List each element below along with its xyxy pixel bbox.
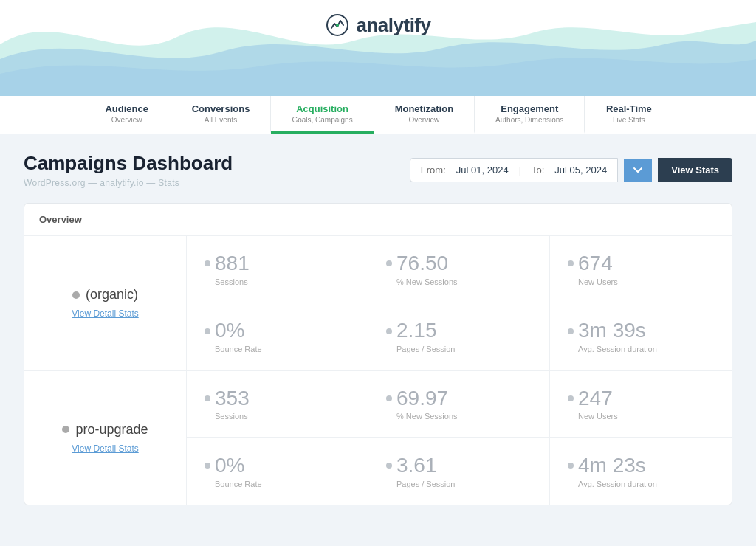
tab-audience-label: Audience bbox=[105, 103, 148, 114]
campaign-label-col: (organic) View Detail Stats bbox=[24, 236, 187, 370]
stat-label: Sessions bbox=[205, 412, 248, 421]
stat-cell: 3.61 Pages / Session bbox=[368, 438, 550, 505]
stat-cell: 353 Sessions bbox=[187, 371, 368, 438]
page-header: Campaigns Dashboard WordPress.org — anal… bbox=[24, 152, 732, 188]
tab-audience[interactable]: Audience Overview bbox=[83, 96, 171, 134]
stat-label: Bounce Rate bbox=[205, 345, 262, 353]
stat-dot bbox=[205, 328, 210, 334]
stat-value: 353 bbox=[205, 387, 250, 410]
stat-dot bbox=[386, 260, 392, 266]
to-label: To: bbox=[532, 165, 544, 176]
tab-realtime[interactable]: Real-Time Live Stats bbox=[585, 96, 673, 134]
stat-cell: 674 New Users bbox=[550, 236, 732, 303]
logo: analytify bbox=[0, 0, 756, 37]
date-separator: | bbox=[519, 165, 521, 176]
stat-dot bbox=[386, 328, 392, 334]
tab-realtime-sub: Live Stats bbox=[613, 116, 645, 124]
campaign-name-text: (organic) bbox=[86, 287, 138, 303]
stat-cell: 247 New Users bbox=[550, 371, 732, 438]
tab-conversions[interactable]: Conversions All Events bbox=[171, 96, 272, 134]
stat-value: 3m 39s bbox=[568, 319, 646, 342]
campaign-stats-col: 881 Sessions 76.50 % New Sessions 674 bbox=[187, 236, 732, 370]
stat-number: 3m 39s bbox=[578, 319, 646, 342]
stat-value: 881 bbox=[205, 252, 250, 275]
page-title-area: Campaigns Dashboard WordPress.org — anal… bbox=[24, 152, 233, 188]
stat-number: 0% bbox=[215, 319, 244, 342]
campaign-row: pro-upgrade View Detail Stats 353 Sessio… bbox=[24, 371, 732, 505]
overview-card: Overview (organic) View Detail Stats 881… bbox=[24, 203, 732, 505]
campaign-name: (organic) bbox=[72, 287, 138, 303]
stat-cell: 0% Bounce Rate bbox=[187, 438, 368, 505]
stat-cell: 69.97 % New Sessions bbox=[368, 371, 550, 438]
stat-cell: 881 Sessions bbox=[187, 236, 368, 303]
stat-cell: 76.50 % New Sessions bbox=[368, 236, 550, 303]
campaign-label-col: pro-upgrade View Detail Stats bbox=[24, 371, 187, 505]
campaign-name: pro-upgrade bbox=[62, 422, 148, 438]
view-detail-link[interactable]: View Detail Stats bbox=[72, 443, 139, 454]
campaign-dot bbox=[72, 291, 80, 299]
stat-number: 881 bbox=[215, 252, 250, 275]
date-range-box[interactable]: From: Jul 01, 2024 | To: Jul 05, 2024 bbox=[410, 158, 618, 182]
from-value: Jul 01, 2024 bbox=[456, 165, 509, 176]
stat-value: 0% bbox=[205, 319, 244, 342]
stat-value: 2.15 bbox=[386, 319, 437, 342]
date-dropdown-button[interactable] bbox=[624, 159, 652, 182]
campaign-stats-col: 353 Sessions 69.97 % New Sessions 247 bbox=[187, 371, 732, 505]
tab-acquisition-label: Acquisition bbox=[296, 103, 348, 114]
stat-value: 3.61 bbox=[386, 455, 437, 477]
date-filter: From: Jul 01, 2024 | To: Jul 05, 2024 Vi… bbox=[410, 158, 732, 182]
tab-engagement-label: Engagement bbox=[501, 103, 558, 114]
stat-number: 76.50 bbox=[396, 252, 448, 275]
logo-text: analytify bbox=[357, 14, 431, 37]
stat-dot bbox=[568, 463, 574, 469]
stat-label: % New Sessions bbox=[386, 277, 458, 286]
stat-value: 674 bbox=[568, 252, 613, 275]
stat-label: Avg. Session duration bbox=[568, 345, 657, 353]
stat-label: Avg. Session duration bbox=[568, 480, 657, 488]
stat-cell: 2.15 Pages / Session bbox=[368, 303, 550, 370]
tab-acquisition-sub: Goals, Campaigns bbox=[292, 116, 352, 124]
from-label: From: bbox=[421, 165, 446, 176]
stat-value: 4m 23s bbox=[568, 455, 646, 477]
stat-value: 76.50 bbox=[386, 252, 448, 275]
svg-point-1 bbox=[336, 24, 339, 27]
campaign-row: (organic) View Detail Stats 881 Sessions… bbox=[24, 236, 732, 371]
logo-icon bbox=[326, 13, 349, 37]
view-detail-link[interactable]: View Detail Stats bbox=[72, 308, 139, 319]
page-subtitle: WordPress.org — analytify.io — Stats bbox=[24, 178, 233, 188]
stat-number: 2.15 bbox=[396, 319, 437, 342]
campaign-dot bbox=[62, 426, 69, 433]
stat-value: 247 bbox=[568, 387, 613, 410]
view-stats-button[interactable]: View Stats bbox=[658, 158, 732, 182]
overview-header: Overview bbox=[24, 204, 732, 236]
tab-acquisition[interactable]: Acquisition Goals, Campaigns bbox=[271, 96, 374, 134]
tab-engagement[interactable]: Engagement Authors, Dimensions bbox=[475, 96, 585, 134]
stat-label: % New Sessions bbox=[386, 412, 458, 421]
stat-number: 353 bbox=[215, 387, 250, 410]
page-title: Campaigns Dashboard bbox=[24, 152, 233, 175]
stat-value: 0% bbox=[205, 455, 244, 477]
stat-label: Bounce Rate bbox=[205, 480, 262, 488]
header: analytify bbox=[0, 0, 756, 96]
to-value: Jul 05, 2024 bbox=[554, 165, 607, 176]
stat-label: New Users bbox=[568, 277, 618, 286]
stat-number: 3.61 bbox=[396, 455, 437, 477]
stat-value: 69.97 bbox=[386, 387, 448, 410]
stat-cell: 4m 23s Avg. Session duration bbox=[550, 438, 732, 505]
tab-realtime-label: Real-Time bbox=[606, 103, 652, 114]
tab-engagement-sub: Authors, Dimensions bbox=[495, 116, 563, 124]
tab-monetization-label: Monetization bbox=[395, 103, 453, 114]
stat-label: Sessions bbox=[205, 277, 248, 286]
tab-audience-sub: Overview bbox=[111, 116, 142, 124]
stat-number: 247 bbox=[578, 387, 613, 410]
stat-dot bbox=[568, 260, 574, 266]
stat-dot bbox=[386, 463, 392, 469]
stat-number: 4m 23s bbox=[578, 455, 646, 477]
tab-monetization[interactable]: Monetization Overview bbox=[374, 96, 475, 134]
stat-number: 69.97 bbox=[396, 387, 448, 410]
stat-dot bbox=[205, 395, 210, 401]
stat-label: New Users bbox=[568, 412, 618, 421]
stat-dot bbox=[386, 395, 392, 401]
stat-cell: 3m 39s Avg. Session duration bbox=[550, 303, 732, 370]
tab-conversions-label: Conversions bbox=[192, 103, 250, 114]
